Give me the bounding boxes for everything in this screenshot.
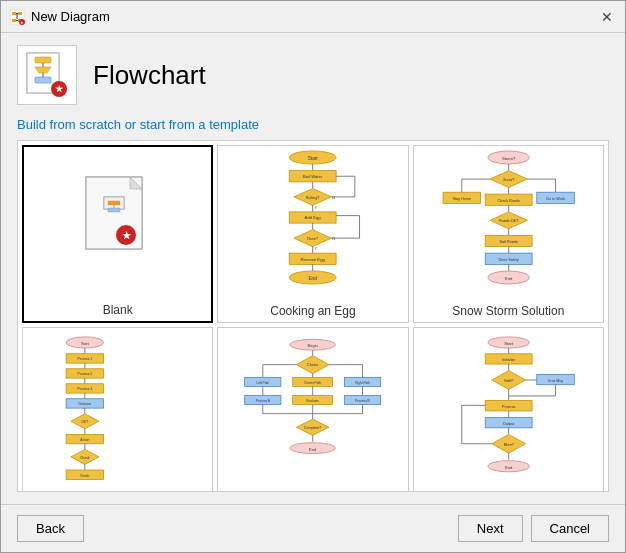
svg-text:Error Msg: Error Msg xyxy=(548,379,563,383)
template-grid: ★ Blank Start xyxy=(22,145,604,492)
svg-text:Check Roads: Check Roads xyxy=(497,199,520,203)
svg-text:Start: Start xyxy=(504,341,514,346)
svg-text:Begin: Begin xyxy=(308,343,318,348)
item6-preview: Start Initialize Valid? Error Msg xyxy=(418,332,599,488)
svg-text:Left Path: Left Path xyxy=(257,381,270,385)
svg-text:Evaluate: Evaluate xyxy=(307,399,320,403)
item5-preview: Begin Choice Left Path Process A xyxy=(222,332,403,488)
svg-text:Remove Egg: Remove Egg xyxy=(301,257,326,262)
template-item-cooking-egg[interactable]: Start Boil Water Boiling? Y xyxy=(217,145,408,323)
header-section: ★ Flowchart xyxy=(17,45,609,105)
template-label-cooking-egg: Cooking an Egg xyxy=(270,304,355,318)
snow-storm-preview: Storm? Snow? Stay Home xyxy=(418,150,599,300)
dialog: ★ New Diagram ✕ xyxy=(0,0,626,553)
content-area: ★ Flowchart Build from scratch or start … xyxy=(1,33,625,504)
svg-text:Process 1: Process 1 xyxy=(78,357,93,361)
svg-rect-2 xyxy=(18,12,22,15)
svg-text:Action: Action xyxy=(80,438,89,442)
svg-rect-3 xyxy=(12,19,16,22)
svg-text:Initialize: Initialize xyxy=(502,358,516,362)
svg-text:Output: Output xyxy=(503,422,515,426)
svg-rect-12 xyxy=(35,57,51,63)
svg-text:Complete?: Complete? xyxy=(304,426,321,430)
template-label-blank: Blank xyxy=(103,303,133,317)
diagram-icon-box: ★ xyxy=(17,45,77,105)
template-grid-container[interactable]: ★ Blank Start xyxy=(17,140,609,492)
svg-text:Y: Y xyxy=(315,206,318,210)
svg-text:Start: Start xyxy=(81,342,90,346)
svg-text:N: N xyxy=(333,196,336,200)
template-item-blank[interactable]: ★ Blank xyxy=(22,145,213,323)
svg-text:Drive Safely: Drive Safely xyxy=(498,258,518,262)
diagram-type-title: Flowchart xyxy=(93,60,206,91)
title-bar: ★ New Diagram ✕ xyxy=(1,1,625,33)
template-item-4[interactable]: Start Process 1 Process 2 Process 3 xyxy=(22,327,213,492)
template-item-snow-storm[interactable]: Storm? Snow? Stay Home xyxy=(413,145,604,323)
title-bar-left: ★ New Diagram xyxy=(9,9,110,25)
template-item-6[interactable]: Start Initialize Valid? Error Msg xyxy=(413,327,604,492)
svg-text:N: N xyxy=(333,237,336,241)
svg-text:OK?: OK? xyxy=(82,420,89,424)
blank-preview: ★ xyxy=(28,151,207,299)
svg-text:End: End xyxy=(309,447,316,452)
svg-text:End: End xyxy=(505,465,513,470)
cancel-button[interactable]: Cancel xyxy=(531,515,609,542)
svg-text:Decision: Decision xyxy=(79,402,92,406)
svg-text:Choice: Choice xyxy=(307,363,318,367)
svg-text:Y: Y xyxy=(315,247,318,251)
item4-preview: Start Process 1 Process 2 Process 3 xyxy=(27,332,208,488)
svg-text:Process B: Process B xyxy=(356,399,370,403)
svg-text:Process: Process xyxy=(502,405,516,409)
footer-right: Next Cancel xyxy=(458,515,609,542)
svg-text:End: End xyxy=(309,276,318,281)
svg-text:★: ★ xyxy=(55,84,64,94)
svg-text:End: End xyxy=(505,276,513,281)
svg-text:More?: More? xyxy=(503,443,513,447)
close-button[interactable]: ✕ xyxy=(597,7,617,27)
svg-text:Valid?: Valid? xyxy=(504,379,514,383)
svg-text:Right Path: Right Path xyxy=(355,381,370,385)
svg-text:Done?: Done? xyxy=(307,237,318,241)
svg-rect-24 xyxy=(108,201,120,205)
app-icon: ★ xyxy=(9,9,25,25)
svg-text:Boil Water: Boil Water xyxy=(303,174,323,179)
footer: Back Next Cancel xyxy=(1,504,625,552)
svg-rect-26 xyxy=(108,208,120,212)
svg-text:★: ★ xyxy=(121,230,131,241)
svg-text:Process A: Process A xyxy=(256,399,271,403)
svg-text:Add Egg: Add Egg xyxy=(305,215,322,220)
cooking-egg-preview: Start Boil Water Boiling? Y xyxy=(222,150,403,300)
svg-text:Finish: Finish xyxy=(80,474,89,478)
flowchart-header-icon: ★ xyxy=(23,51,71,99)
svg-text:Process 2: Process 2 xyxy=(78,372,93,376)
back-button[interactable]: Back xyxy=(17,515,84,542)
svg-text:Check: Check xyxy=(80,456,90,460)
next-button[interactable]: Next xyxy=(458,515,523,542)
svg-text:Storm?: Storm? xyxy=(502,156,516,161)
svg-text:Start: Start xyxy=(308,156,319,161)
svg-text:★: ★ xyxy=(20,20,24,25)
svg-text:Stay Home: Stay Home xyxy=(452,197,471,201)
template-label-snow-storm: Snow Storm Solution xyxy=(452,304,564,318)
svg-text:Boiling?: Boiling? xyxy=(306,196,319,200)
svg-text:Process 3: Process 3 xyxy=(78,387,93,391)
template-item-5[interactable]: Begin Choice Left Path Process A xyxy=(217,327,408,492)
svg-rect-1 xyxy=(12,12,16,15)
subtitle-text: Build from scratch or start from a templ… xyxy=(17,117,609,132)
svg-text:Center Path: Center Path xyxy=(305,381,322,385)
svg-text:Roads OK?: Roads OK? xyxy=(499,219,518,223)
svg-text:Go to Work: Go to Work xyxy=(546,197,565,201)
svg-text:Snow?: Snow? xyxy=(503,178,514,182)
svg-rect-16 xyxy=(35,77,51,83)
svg-text:Salt Roads: Salt Roads xyxy=(499,240,517,244)
title-text: New Diagram xyxy=(31,9,110,24)
